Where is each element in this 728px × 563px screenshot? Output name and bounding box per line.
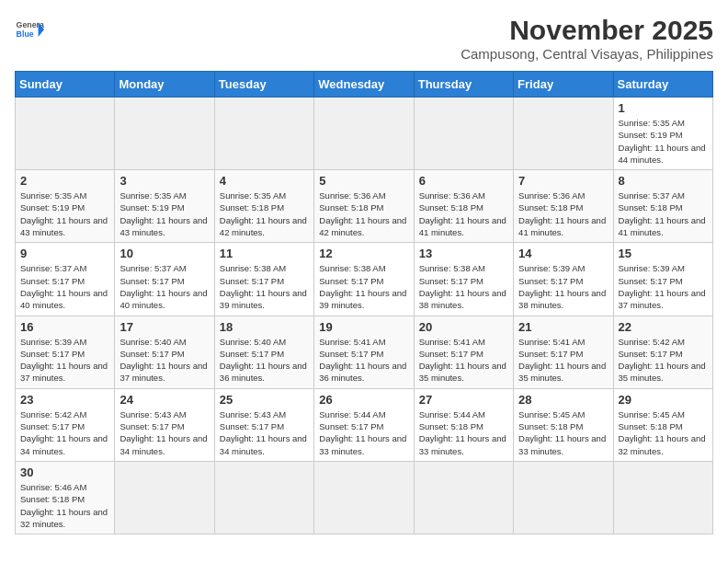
day-cell: 29Sunrise: 5:45 AM Sunset: 5:18 PM Dayli… [613, 388, 712, 461]
day-cell [314, 98, 414, 170]
day-number: 3 [119, 174, 209, 188]
day-info: Sunrise: 5:37 AM Sunset: 5:17 PM Dayligh… [119, 262, 209, 311]
col-header-monday: Monday [115, 72, 214, 98]
svg-text:Blue: Blue [17, 29, 34, 39]
day-number: 16 [20, 320, 109, 334]
day-cell: 24Sunrise: 5:43 AM Sunset: 5:17 PM Dayli… [115, 388, 214, 461]
day-info: Sunrise: 5:41 AM Sunset: 5:17 PM Dayligh… [419, 336, 508, 385]
day-cell: 11Sunrise: 5:38 AM Sunset: 5:17 PM Dayli… [214, 243, 313, 316]
day-cell: 4Sunrise: 5:35 AM Sunset: 5:18 PM Daylig… [214, 170, 313, 243]
week-row-3: 16Sunrise: 5:39 AM Sunset: 5:17 PM Dayli… [16, 316, 713, 388]
day-info: Sunrise: 5:35 AM Sunset: 5:19 PM Dayligh… [20, 190, 109, 238]
day-cell: 10Sunrise: 5:37 AM Sunset: 5:17 PM Dayli… [115, 243, 214, 316]
day-info: Sunrise: 5:39 AM Sunset: 5:17 PM Dayligh… [20, 336, 109, 385]
day-cell: 8Sunrise: 5:37 AM Sunset: 5:18 PM Daylig… [613, 170, 712, 243]
day-info: Sunrise: 5:40 AM Sunset: 5:17 PM Dayligh… [119, 336, 209, 385]
day-info: Sunrise: 5:42 AM Sunset: 5:17 PM Dayligh… [619, 336, 708, 385]
day-cell [16, 98, 115, 170]
logo: General Blue [15, 15, 44, 44]
day-cell [214, 461, 313, 534]
day-number: 1 [619, 101, 708, 115]
day-cell: 25Sunrise: 5:43 AM Sunset: 5:17 PM Dayli… [214, 388, 313, 461]
day-cell: 28Sunrise: 5:45 AM Sunset: 5:18 PM Dayli… [514, 388, 613, 461]
day-cell: 3Sunrise: 5:35 AM Sunset: 5:19 PM Daylig… [115, 170, 214, 243]
day-cell [514, 461, 613, 534]
day-cell [314, 461, 414, 534]
day-info: Sunrise: 5:38 AM Sunset: 5:17 PM Dayligh… [419, 262, 508, 311]
subtitle: Campusong, Central Visayas, Philippines [461, 46, 713, 62]
day-number: 10 [119, 247, 209, 260]
col-header-wednesday: Wednesday [314, 72, 414, 98]
week-row-4: 23Sunrise: 5:42 AM Sunset: 5:17 PM Dayli… [16, 388, 713, 461]
day-cell: 30Sunrise: 5:46 AM Sunset: 5:18 PM Dayli… [16, 461, 115, 534]
day-cell: 26Sunrise: 5:44 AM Sunset: 5:17 PM Dayli… [314, 388, 414, 461]
day-cell: 16Sunrise: 5:39 AM Sunset: 5:17 PM Dayli… [16, 316, 115, 388]
day-cell [115, 461, 214, 534]
day-cell [613, 461, 712, 534]
day-info: Sunrise: 5:36 AM Sunset: 5:18 PM Dayligh… [419, 190, 508, 238]
day-number: 8 [619, 174, 708, 188]
week-row-5: 30Sunrise: 5:46 AM Sunset: 5:18 PM Dayli… [16, 461, 713, 534]
day-info: Sunrise: 5:45 AM Sunset: 5:18 PM Dayligh… [518, 408, 608, 457]
col-header-saturday: Saturday [613, 72, 712, 98]
col-header-friday: Friday [514, 72, 613, 98]
day-number: 12 [319, 247, 408, 260]
day-info: Sunrise: 5:44 AM Sunset: 5:18 PM Dayligh… [419, 408, 508, 457]
day-cell: 6Sunrise: 5:36 AM Sunset: 5:18 PM Daylig… [414, 170, 513, 243]
col-header-tuesday: Tuesday [214, 72, 313, 98]
day-cell: 17Sunrise: 5:40 AM Sunset: 5:17 PM Dayli… [115, 316, 214, 388]
day-cell: 18Sunrise: 5:40 AM Sunset: 5:17 PM Dayli… [214, 316, 313, 388]
day-cell: 7Sunrise: 5:36 AM Sunset: 5:18 PM Daylig… [514, 170, 613, 243]
day-number: 4 [220, 174, 309, 188]
week-row-2: 9Sunrise: 5:37 AM Sunset: 5:17 PM Daylig… [16, 243, 713, 316]
day-info: Sunrise: 5:38 AM Sunset: 5:17 PM Dayligh… [220, 262, 309, 311]
day-number: 26 [319, 393, 408, 407]
day-info: Sunrise: 5:35 AM Sunset: 5:19 PM Dayligh… [119, 190, 209, 238]
day-info: Sunrise: 5:41 AM Sunset: 5:17 PM Dayligh… [518, 336, 608, 385]
day-number: 18 [220, 320, 309, 334]
day-info: Sunrise: 5:37 AM Sunset: 5:17 PM Dayligh… [20, 262, 109, 311]
day-info: Sunrise: 5:37 AM Sunset: 5:18 PM Dayligh… [619, 190, 708, 238]
day-number: 27 [419, 393, 508, 407]
day-number: 19 [319, 320, 408, 334]
day-number: 5 [319, 174, 408, 188]
day-info: Sunrise: 5:35 AM Sunset: 5:19 PM Dayligh… [619, 117, 708, 166]
day-info: Sunrise: 5:46 AM Sunset: 5:18 PM Dayligh… [20, 481, 109, 530]
logo-svg: General Blue [15, 15, 44, 44]
day-cell: 21Sunrise: 5:41 AM Sunset: 5:17 PM Dayli… [514, 316, 613, 388]
col-header-thursday: Thursday [414, 72, 513, 98]
day-cell: 1Sunrise: 5:35 AM Sunset: 5:19 PM Daylig… [613, 98, 712, 170]
day-info: Sunrise: 5:39 AM Sunset: 5:17 PM Dayligh… [518, 262, 608, 311]
day-number: 13 [419, 247, 508, 260]
day-number: 25 [220, 393, 309, 407]
day-number: 30 [20, 465, 109, 479]
day-cell: 13Sunrise: 5:38 AM Sunset: 5:17 PM Dayli… [414, 243, 513, 316]
day-number: 22 [619, 320, 708, 334]
day-info: Sunrise: 5:36 AM Sunset: 5:18 PM Dayligh… [518, 190, 608, 238]
day-info: Sunrise: 5:38 AM Sunset: 5:17 PM Dayligh… [319, 262, 408, 311]
day-cell [414, 461, 513, 534]
day-cell [514, 98, 613, 170]
day-cell: 27Sunrise: 5:44 AM Sunset: 5:18 PM Dayli… [414, 388, 513, 461]
day-cell [115, 98, 214, 170]
day-cell: 9Sunrise: 5:37 AM Sunset: 5:17 PM Daylig… [16, 243, 115, 316]
day-number: 29 [619, 393, 708, 407]
day-number: 6 [419, 174, 508, 188]
day-info: Sunrise: 5:42 AM Sunset: 5:17 PM Dayligh… [20, 408, 109, 457]
day-info: Sunrise: 5:35 AM Sunset: 5:18 PM Dayligh… [220, 190, 309, 238]
week-row-0: 1Sunrise: 5:35 AM Sunset: 5:19 PM Daylig… [16, 98, 713, 170]
day-number: 17 [119, 320, 209, 334]
day-info: Sunrise: 5:44 AM Sunset: 5:17 PM Dayligh… [319, 408, 408, 457]
day-number: 7 [518, 174, 608, 188]
day-number: 2 [20, 174, 109, 188]
day-number: 24 [119, 393, 209, 407]
day-cell: 19Sunrise: 5:41 AM Sunset: 5:17 PM Dayli… [314, 316, 414, 388]
day-info: Sunrise: 5:41 AM Sunset: 5:17 PM Dayligh… [319, 336, 408, 385]
day-info: Sunrise: 5:36 AM Sunset: 5:18 PM Dayligh… [319, 190, 408, 238]
header: General Blue November 2025 Campusong, Ce… [15, 15, 713, 62]
day-cell [414, 98, 513, 170]
day-number: 9 [20, 247, 109, 260]
day-cell: 20Sunrise: 5:41 AM Sunset: 5:17 PM Dayli… [414, 316, 513, 388]
day-info: Sunrise: 5:43 AM Sunset: 5:17 PM Dayligh… [119, 408, 209, 457]
day-cell: 14Sunrise: 5:39 AM Sunset: 5:17 PM Dayli… [514, 243, 613, 316]
